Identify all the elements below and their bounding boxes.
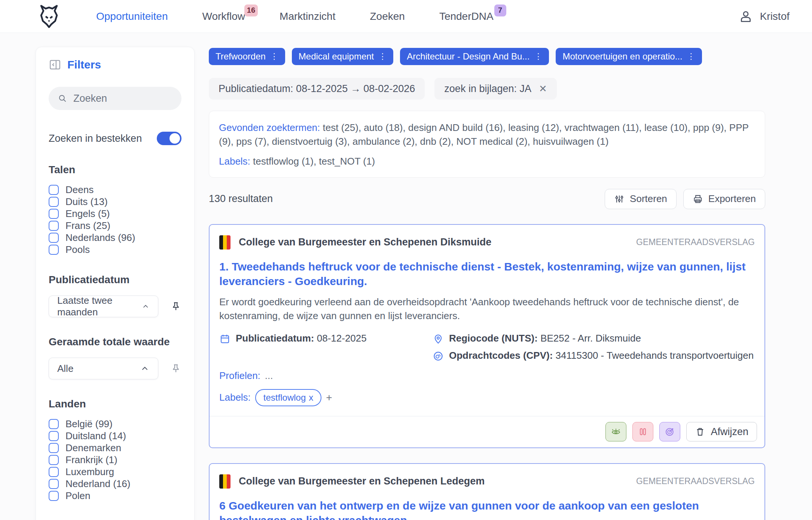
labels-values: testflowlog (1), test_NOT (1) <box>253 156 375 167</box>
eye-icon <box>610 426 622 437</box>
talen-list: Deens Duits (13) Engels (5) Frans (25) N… <box>49 184 181 255</box>
filters-sidebar: Filters Zoeken in bestekken Talen Deens … <box>36 47 195 520</box>
cpv-value: 34115300 - Tweedehands transportvoertuig… <box>556 350 754 361</box>
chip-medical-equipment[interactable]: Medical equipment⋮ <box>292 48 393 65</box>
checkbox-engels[interactable]: Engels (5) <box>49 208 181 219</box>
profielen-label[interactable]: Profielen: <box>219 370 260 382</box>
user-icon <box>738 9 753 24</box>
checkbox-nederland[interactable]: Nederland (16) <box>49 478 181 489</box>
geraamde-waarde-heading: Geraamde totale waarde <box>49 336 181 348</box>
kebab-icon[interactable]: ⋮ <box>687 52 695 61</box>
talen-heading: Talen <box>49 164 181 176</box>
nav-tenderdna[interactable]: TenderDNA 7 <box>439 10 494 22</box>
geraamde-waarde-dropdown[interactable]: Alle <box>49 358 158 379</box>
checkbox-frans[interactable]: Frans (25) <box>49 220 181 231</box>
kebab-icon[interactable]: ⋮ <box>534 52 542 61</box>
label-chip-testflowlog[interactable]: testflowlog x <box>255 389 321 406</box>
add-label-button[interactable]: + <box>326 392 332 404</box>
nuts-value: BE252 - Arr. Diksmuide <box>540 333 641 344</box>
checkbox-polen[interactable]: Polen <box>49 490 181 501</box>
publicatiedatum-heading: Publicatiedatum <box>49 274 181 286</box>
checkbox-deens[interactable]: Deens <box>49 184 181 195</box>
result-description: Er wordt goedkeuring verleend aan de ove… <box>219 295 755 323</box>
checkbox-belgie[interactable]: België (99) <box>49 418 181 429</box>
labels-label[interactable]: Labels: <box>219 156 250 167</box>
card-labels-label: Labels: <box>219 392 251 403</box>
result-title-link[interactable]: 6 Goedkeuren van het ontwerp en de wijze… <box>219 498 755 520</box>
checkbox-duits[interactable]: Duits (13) <box>49 196 181 207</box>
search-summary-box: Gevonden zoektermen: test (25), auto (18… <box>209 111 765 178</box>
sliders-icon <box>614 194 625 204</box>
checkbox-frankrijk[interactable]: Frankrijk (1) <box>49 454 181 465</box>
remove-label-icon[interactable]: x <box>309 392 313 403</box>
calendar-icon <box>219 333 231 345</box>
attachments-pill[interactable]: zoek in bijlagen: JA ✕ <box>434 78 556 100</box>
top-navigation: Opportuniteiten Workflow 16 Marktinzicht… <box>0 0 812 33</box>
results-count: 130 resultaten <box>209 193 273 205</box>
cpv-label: Opdrachtcodes (CPV): <box>449 350 553 361</box>
belgium-flag-icon <box>219 474 231 489</box>
chevron-up-icon <box>140 364 150 373</box>
watch-button[interactable] <box>605 422 626 441</box>
reject-button[interactable]: Afwijzen <box>686 422 757 441</box>
zoektermen-label[interactable]: Gevonden zoektermen: <box>219 122 320 133</box>
checkbox-pools[interactable]: Pools <box>49 244 181 255</box>
profielen-value: ... <box>265 370 273 382</box>
search-icon <box>58 93 67 104</box>
cpv-code-icon <box>433 351 444 362</box>
publicatiedatum-dropdown[interactable]: Laatste twee maanden <box>49 296 158 317</box>
chip-motorvoertuigen[interactable]: Motorvoertuigen en operatio...⋮ <box>556 48 702 65</box>
checkbox-denemarken[interactable]: Denemarken <box>49 442 181 453</box>
chip-architectuur[interactable]: Architectuur - Design And Bu...⋮ <box>400 48 549 65</box>
result-card: College van Burgemeester en Schepenen Le… <box>209 463 765 520</box>
kebab-icon[interactable]: ⋮ <box>378 52 387 61</box>
sort-button[interactable]: Sorteren <box>605 189 677 209</box>
trash-icon <box>695 426 705 437</box>
sidebar-search[interactable] <box>49 87 181 110</box>
landen-list: België (99) Duitsland (14) Denemarken Fr… <box>49 418 181 501</box>
nav-items: Opportuniteiten Workflow 16 Marktinzicht… <box>96 10 494 22</box>
pin-icon[interactable] <box>170 301 181 312</box>
user-menu[interactable]: Kristof <box>738 9 790 24</box>
kanban-button[interactable] <box>632 422 653 441</box>
zoeken-in-bestekken-toggle[interactable] <box>157 132 181 145</box>
target-button[interactable] <box>659 422 680 441</box>
document-type: GEMEENTERAADSVERSLAG <box>636 476 755 486</box>
result-card: College van Burgemeester en Schepenen Di… <box>209 224 765 448</box>
columns-icon <box>638 426 648 437</box>
user-name: Kristof <box>760 10 790 22</box>
pin-icon[interactable] <box>170 363 181 374</box>
kebab-icon[interactable]: ⋮ <box>270 52 278 61</box>
results-main: Trefwoorden⋮ Medical equipment⋮ Architec… <box>209 48 765 520</box>
chip-trefwoorden[interactable]: Trefwoorden⋮ <box>209 48 285 65</box>
nav-zoeken[interactable]: Zoeken <box>370 10 405 22</box>
workflow-count-badge: 16 <box>244 4 258 16</box>
location-pin-icon <box>433 333 444 345</box>
date-range-pill[interactable]: Publicatiedatum: 08-12-2025 → 08-02-2026 <box>209 78 425 100</box>
tenderdna-count-badge: 7 <box>494 4 506 16</box>
filters-title: Filters <box>67 58 101 71</box>
close-icon[interactable]: ✕ <box>539 83 547 95</box>
printer-icon <box>693 194 703 204</box>
export-button[interactable]: Exporteren <box>683 189 765 209</box>
document-type: GEMEENTERAADSVERSLAG <box>636 237 755 247</box>
search-input[interactable] <box>73 93 173 104</box>
collapse-panel-icon[interactable] <box>49 58 61 71</box>
zoeken-in-bestekken-label: Zoeken in bestekken <box>49 133 142 144</box>
checkbox-nederlands[interactable]: Nederlands (96) <box>49 232 181 243</box>
nuts-label: Regiocode (NUTS): <box>449 333 538 344</box>
result-title-link[interactable]: 1. Tweedehands heftruck voor de technisc… <box>219 259 755 288</box>
nav-workflow[interactable]: Workflow 16 <box>202 10 245 22</box>
belgium-flag-icon <box>219 235 231 250</box>
organisation-name: College van Burgemeester en Schepenen Le… <box>239 475 485 487</box>
active-filter-chips: Trefwoorden⋮ Medical equipment⋮ Architec… <box>209 48 765 65</box>
nav-marktinzicht[interactable]: Marktinzicht <box>280 10 335 22</box>
checkbox-duitsland[interactable]: Duitsland (14) <box>49 430 181 441</box>
wolf-logo-icon[interactable] <box>36 3 62 30</box>
chevron-up-icon <box>141 302 150 311</box>
checkbox-luxemburg[interactable]: Luxemburg <box>49 466 181 477</box>
target-icon <box>664 426 675 437</box>
nav-opportuniteiten[interactable]: Opportuniteiten <box>96 10 168 22</box>
pub-date-value: 08-12-2025 <box>317 333 367 344</box>
filter-pills: Publicatiedatum: 08-12-2025 → 08-02-2026… <box>209 78 765 100</box>
